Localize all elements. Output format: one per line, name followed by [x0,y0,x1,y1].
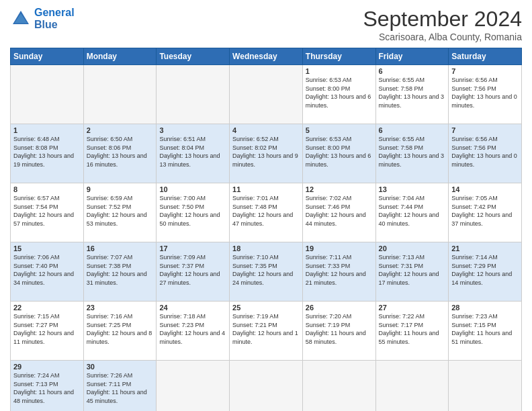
day-number: 1 [13,126,81,134]
table-row: 6Sunrise: 6:55 AMSunset: 7:58 PMDaylight… [375,65,449,124]
calendar-week-row: 1Sunrise: 6:48 AMSunset: 8:08 PMDaylight… [11,124,522,183]
table-row: 7Sunrise: 6:56 AMSunset: 7:56 PMDaylight… [449,124,522,183]
calendar-table: Sunday Monday Tuesday Wednesday Thursday… [10,48,522,411]
daylight-text: Daylight: 12 hours and 47 minutes. [232,211,300,228]
table-row: 20Sunrise: 7:13 AMSunset: 7:31 PMDayligh… [375,242,449,302]
daylight-text: Daylight: 12 hours and 11 minutes. [13,329,81,346]
day-info: Sunrise: 7:09 AMSunset: 7:37 PMDaylight:… [159,253,226,287]
table-row [230,65,303,124]
daylight-text: Daylight: 13 hours and 0 minutes. [451,152,519,169]
sunset-text: Sunset: 7:58 PM [379,85,446,93]
table-row: 14Sunrise: 7:05 AMSunset: 7:42 PMDayligh… [449,183,522,242]
day-number: 8 [13,185,81,193]
table-row [375,361,449,412]
day-info: Sunrise: 6:57 AMSunset: 7:54 PMDaylight:… [13,194,81,228]
logo-blue: Blue [34,19,58,30]
sunset-text: Sunset: 7:33 PM [306,262,373,271]
sunrise-text: Sunrise: 6:57 AM [13,194,81,203]
sunset-text: Sunset: 7:52 PM [87,203,154,212]
day-number: 6 [379,67,446,75]
sunrise-text: Sunrise: 7:18 AM [159,312,226,321]
daylight-text: Daylight: 13 hours and 6 minutes. [306,93,373,109]
day-info: Sunrise: 6:53 AMSunset: 8:00 PMDaylight:… [306,135,373,169]
daylight-text: Daylight: 12 hours and 57 minutes. [13,211,81,228]
sunrise-text: Sunrise: 7:10 AM [232,253,300,262]
table-row [11,65,84,124]
day-info: Sunrise: 7:24 AMSunset: 7:13 PMDaylight:… [13,371,81,405]
table-row: 6Sunrise: 6:55 AMSunset: 7:58 PMDaylight… [375,124,449,183]
daylight-text: Daylight: 13 hours and 6 minutes. [306,152,373,169]
day-number: 25 [232,304,300,312]
month-title: September 2024 [363,7,522,32]
day-number: 20 [379,244,446,253]
calendar-week-row: 22Sunrise: 7:15 AMSunset: 7:27 PMDayligh… [11,302,522,361]
sunset-text: Sunset: 7:35 PM [232,262,300,271]
day-info: Sunrise: 7:05 AMSunset: 7:42 PMDaylight:… [451,194,519,228]
day-info: Sunrise: 6:55 AMSunset: 7:58 PMDaylight:… [379,76,446,109]
daylight-text: Daylight: 13 hours and 3 minutes. [379,93,446,109]
sunset-text: Sunset: 7:46 PM [306,203,373,212]
logo-text: General Blue [34,7,75,30]
sunset-text: Sunset: 7:56 PM [451,85,519,93]
table-row: 26Sunrise: 7:20 AMSunset: 7:19 PMDayligh… [302,302,375,361]
sunset-text: Sunset: 8:08 PM [13,144,81,152]
daylight-text: Daylight: 12 hours and 27 minutes. [159,270,226,287]
day-info: Sunrise: 7:00 AMSunset: 7:50 PMDaylight:… [159,194,226,228]
sunrise-text: Sunrise: 6:55 AM [379,76,446,85]
table-row [83,65,157,124]
sunset-text: Sunset: 8:04 PM [159,144,226,152]
sunset-text: Sunset: 7:25 PM [87,321,154,330]
day-info: Sunrise: 7:11 AMSunset: 7:33 PMDaylight:… [306,253,373,287]
table-row: 29Sunrise: 7:24 AMSunset: 7:13 PMDayligh… [11,361,84,412]
sunset-text: Sunset: 8:00 PM [306,85,373,93]
daylight-text: Daylight: 13 hours and 16 minutes. [87,152,154,169]
day-number: 5 [306,126,373,134]
calendar-week-row: 8Sunrise: 6:57 AMSunset: 7:54 PMDaylight… [11,183,522,242]
calendar-week-row: 1Sunrise: 6:53 AMSunset: 8:00 PMDaylight… [11,65,522,124]
day-info: Sunrise: 7:22 AMSunset: 7:17 PMDaylight:… [379,312,446,346]
table-row [157,65,230,124]
daylight-text: Daylight: 12 hours and 31 minutes. [87,270,154,287]
day-info: Sunrise: 6:48 AMSunset: 8:08 PMDaylight:… [13,135,81,169]
day-number: 27 [379,304,446,312]
table-row: 17Sunrise: 7:09 AMSunset: 7:37 PMDayligh… [157,242,230,302]
daylight-text: Daylight: 13 hours and 0 minutes. [451,93,519,109]
sunrise-text: Sunrise: 7:16 AM [87,312,154,321]
day-number: 19 [306,244,373,253]
day-number: 29 [13,363,81,371]
day-number: 22 [13,304,81,312]
daylight-text: Daylight: 12 hours and 21 minutes. [306,270,373,287]
daylight-text: Daylight: 12 hours and 34 minutes. [13,270,81,287]
logo: General Blue [10,7,75,30]
day-info: Sunrise: 7:06 AMSunset: 7:40 PMDaylight:… [13,253,81,287]
table-row [302,361,375,412]
day-number: 9 [87,185,154,193]
daylight-text: Daylight: 12 hours and 44 minutes. [306,211,373,228]
day-number: 26 [306,304,373,312]
day-number: 30 [87,363,154,371]
sunset-text: Sunset: 7:23 PM [159,321,226,330]
sunset-text: Sunset: 7:42 PM [451,203,519,212]
day-number: 7 [451,67,519,75]
daylight-text: Daylight: 12 hours and 53 minutes. [87,211,154,228]
table-row: 25Sunrise: 7:19 AMSunset: 7:21 PMDayligh… [230,302,303,361]
sunset-text: Sunset: 7:21 PM [232,321,300,330]
sunrise-text: Sunrise: 7:00 AM [159,194,226,203]
daylight-text: Daylight: 11 hours and 51 minutes. [451,329,519,346]
day-number: 12 [306,185,373,193]
day-info: Sunrise: 6:55 AMSunset: 7:58 PMDaylight:… [379,135,446,169]
daylight-text: Daylight: 12 hours and 14 minutes. [451,270,519,287]
table-row: 30Sunrise: 7:26 AMSunset: 7:11 PMDayligh… [83,361,157,412]
day-info: Sunrise: 6:56 AMSunset: 7:56 PMDaylight:… [451,135,519,169]
table-row: 8Sunrise: 6:57 AMSunset: 7:54 PMDaylight… [11,183,84,242]
daylight-text: Daylight: 12 hours and 50 minutes. [159,211,226,228]
table-row: 7Sunrise: 6:56 AMSunset: 7:56 PMDaylight… [449,65,522,124]
sunrise-text: Sunrise: 6:56 AM [451,135,519,144]
day-info: Sunrise: 6:52 AMSunset: 8:02 PMDaylight:… [232,135,300,169]
sunset-text: Sunset: 7:17 PM [379,321,446,330]
sunset-text: Sunset: 7:29 PM [451,262,519,271]
day-number: 23 [87,304,154,312]
day-info: Sunrise: 7:19 AMSunset: 7:21 PMDaylight:… [232,312,300,346]
sunrise-text: Sunrise: 7:26 AM [87,371,154,380]
daylight-text: Daylight: 13 hours and 19 minutes. [13,152,81,169]
